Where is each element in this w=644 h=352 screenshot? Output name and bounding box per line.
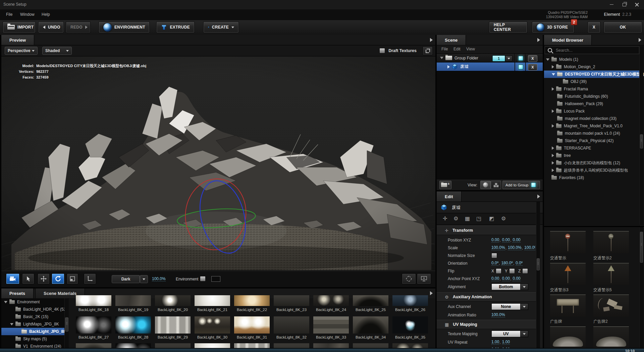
tree-item[interactable]: Basic_2K (15) bbox=[1, 313, 64, 320]
tab-presets[interactable]: Presets bbox=[1, 289, 34, 298]
edit-scrollbar-handle[interactable] bbox=[537, 258, 540, 270]
flip-z-checkbox[interactable] bbox=[522, 268, 528, 274]
edit-collapse-icon[interactable] bbox=[537, 194, 540, 199]
scene-menu-file[interactable]: File bbox=[441, 47, 448, 51]
viewport-3d[interactable]: Model:Models/DESTROYED CITY末日毁灭之城E3D模型包/… bbox=[1, 56, 435, 271]
group-count-field[interactable]: 1 bbox=[492, 55, 505, 61]
texture-mapping-dropdown[interactable]: UV bbox=[491, 331, 528, 337]
material-thumb[interactable]: BackLight_8K_18 bbox=[76, 295, 111, 312]
menu-window[interactable]: Window bbox=[20, 12, 35, 17]
material-thumb[interactable] bbox=[274, 343, 309, 348]
move-tool-icon[interactable]: ✛ bbox=[443, 215, 447, 222]
tab-preview[interactable]: Preview bbox=[1, 35, 34, 45]
material-thumb[interactable]: BackLight_8K_29 bbox=[155, 316, 191, 339]
cancel-button[interactable]: X bbox=[588, 21, 600, 33]
redo-button[interactable]: REDO bbox=[66, 21, 91, 33]
textures-tool-icon[interactable]: ▦ bbox=[465, 215, 470, 222]
orientation-z-field[interactable]: 0.0º bbox=[516, 261, 523, 266]
viewport-background-caret[interactable] bbox=[140, 275, 148, 283]
tree-item[interactable]: BackLight_JPG_8K bbox=[1, 328, 64, 335]
material-thumb[interactable]: BackLight_8K_30 bbox=[195, 316, 230, 339]
object-visibility-toggle[interactable] bbox=[518, 64, 523, 70]
create-button[interactable]: CREATE bbox=[203, 21, 239, 33]
extrude-button[interactable]: EXTRUDE bbox=[156, 21, 195, 33]
move-tool-button[interactable] bbox=[38, 273, 50, 284]
tree-item[interactable]: Magnet_Tree_Model_Pack_V1.0 bbox=[544, 122, 640, 130]
chevron-right-icon[interactable] bbox=[552, 87, 554, 91]
scene-object-row[interactable]: 废墟 X bbox=[437, 62, 543, 71]
material-thumb[interactable]: BackLight_8K_35 bbox=[392, 316, 428, 339]
anchor-y-field[interactable]: 0.00 bbox=[502, 276, 510, 281]
focus-origin-button[interactable] bbox=[402, 273, 416, 284]
model-thumbs-scrollbar[interactable] bbox=[639, 227, 643, 348]
animation-ratio-field[interactable]: 100.0% bbox=[491, 313, 505, 317]
material-thumb[interactable]: BackLight_8K_33 bbox=[313, 316, 349, 339]
presets-scrollbar-handle[interactable] bbox=[65, 317, 68, 332]
anchor-x-field[interactable]: 0.00 bbox=[491, 276, 499, 281]
ok-button[interactable]: OK bbox=[604, 21, 642, 33]
position-x-field[interactable]: 0.00 bbox=[491, 238, 499, 243]
presets-collapse-icon[interactable] bbox=[430, 291, 433, 295]
store-button[interactable]: 3D STORE 2 bbox=[532, 21, 574, 33]
tree-item[interactable]: 小白龙敖烈E3D动画模型包 (12) bbox=[544, 159, 640, 167]
model-thumb[interactable]: 广告牌 bbox=[550, 295, 586, 324]
environment-toggle-checkbox[interactable] bbox=[200, 276, 206, 281]
tree-item[interactable]: Halloween_Pack (29) bbox=[544, 100, 640, 107]
viewport-background-dropdown[interactable]: Dark bbox=[112, 275, 140, 283]
chevron-right-icon[interactable] bbox=[552, 124, 554, 128]
animation-tool-icon[interactable]: ⚙ bbox=[453, 215, 458, 222]
model-thumb[interactable]: 交通警示5 bbox=[593, 263, 629, 293]
tree-item[interactable]: Fractal Rama bbox=[544, 85, 640, 93]
close-window-button[interactable] bbox=[631, 0, 643, 9]
group-visibility-toggle[interactable] bbox=[518, 56, 523, 61]
rotate-tool-button[interactable] bbox=[52, 273, 64, 284]
material-thumb[interactable]: BackLight_8K_23 bbox=[274, 295, 309, 312]
uv-offset-v-field[interactable]: 0.00 bbox=[502, 347, 510, 348]
group-delete-button[interactable]: X bbox=[528, 55, 537, 62]
settings-tool-icon[interactable]: ⚙ bbox=[501, 215, 506, 222]
scene-collapse-icon[interactable] bbox=[537, 38, 540, 42]
material-thumb[interactable] bbox=[76, 343, 111, 348]
position-y-field[interactable]: 0.00 bbox=[502, 238, 510, 243]
undo-button[interactable]: UNDO bbox=[38, 21, 64, 33]
uv-repeat-u-field[interactable]: 1.00 bbox=[491, 340, 499, 345]
scale-z-field[interactable]: 100.0% bbox=[524, 246, 535, 250]
position-z-field[interactable]: 0.00 bbox=[513, 238, 520, 243]
model-thumbs-scrollbar-handle[interactable] bbox=[640, 232, 643, 263]
tree-item[interactable]: Starter_Pack_Physical (42) bbox=[544, 137, 640, 144]
material-thumb[interactable]: BackLight_8K_31 bbox=[234, 316, 270, 339]
draft-textures-checkbox[interactable] bbox=[379, 48, 385, 53]
anchor-z-field[interactable]: 0.00 bbox=[513, 276, 520, 281]
flip-x-checkbox[interactable] bbox=[496, 268, 501, 274]
chevron-down-icon[interactable] bbox=[546, 58, 549, 61]
model-browser-scrollbar-handle[interactable] bbox=[640, 134, 643, 148]
fullscreen-preview-button[interactable] bbox=[417, 273, 431, 284]
model-thumb[interactable] bbox=[550, 326, 586, 348]
chevron-right-icon[interactable] bbox=[552, 169, 554, 172]
edit-scrollbar[interactable] bbox=[536, 202, 540, 348]
chevron-right-icon[interactable] bbox=[552, 154, 554, 157]
tree-item[interactable]: LightMaps_JPG_8K bbox=[1, 320, 64, 328]
presets-scrollbar[interactable] bbox=[64, 298, 69, 348]
chevron-right-icon[interactable] bbox=[552, 65, 554, 69]
tree-item[interactable]: magnet model collection (33) bbox=[544, 115, 640, 122]
bevel-tool-icon[interactable]: ◩ bbox=[489, 215, 494, 222]
tab-scene[interactable]: Scene bbox=[437, 35, 466, 45]
material-thumb[interactable]: BackLight_8K_34 bbox=[353, 316, 388, 339]
tree-item[interactable]: 超级异兽半人马蛇鳄E3D动画模型包 bbox=[544, 167, 640, 174]
environment-button[interactable]: ENVIRONMENT bbox=[99, 21, 150, 33]
tree-item[interactable]: mountain model pack v1.0 (24) bbox=[544, 130, 640, 137]
tree-item[interactable]: Futuristic_Buildings (60) bbox=[544, 93, 640, 100]
scale-x-field[interactable]: 100.0% bbox=[491, 246, 505, 250]
tree-item[interactable]: DESTROYED CITY末日毁灭之城E3D模型包 bbox=[544, 71, 640, 78]
search-input[interactable] bbox=[555, 48, 630, 53]
transform-tool-icon[interactable]: ◳ bbox=[476, 215, 481, 222]
tree-item[interactable]: Models (1) bbox=[544, 56, 640, 63]
new-group-button[interactable]: + bbox=[439, 181, 451, 189]
axis-tool-button[interactable] bbox=[84, 273, 96, 284]
orientation-y-field[interactable]: 180.0º bbox=[501, 261, 513, 266]
model-thumb[interactable] bbox=[593, 326, 629, 348]
model-browser-collapse-icon[interactable] bbox=[639, 38, 641, 42]
uv-mapping-section-header[interactable]: ▦ UV Mapping bbox=[437, 320, 536, 329]
menu-file[interactable]: File bbox=[6, 12, 12, 17]
